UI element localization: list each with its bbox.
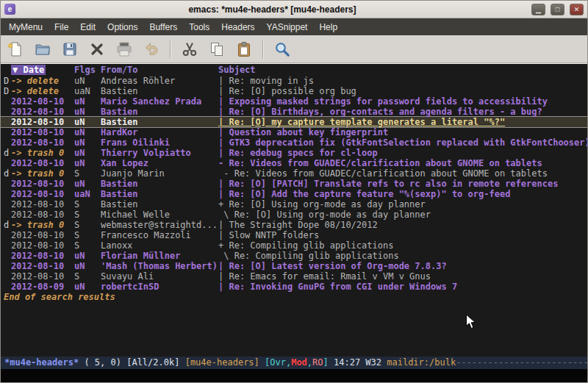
msg-flags: S <box>74 210 101 220</box>
msg-date: 2012-08-10 <box>11 117 74 127</box>
msg-from: Bastien <box>101 179 218 189</box>
msg-from: Francesco Mazzoli <box>101 230 218 240</box>
message-row[interactable]: 2012-08-10uaNBastien| Re: [O] Add the ca… <box>1 189 587 199</box>
msg-date: 2012-08-10 <box>11 240 74 251</box>
menu-file[interactable]: File <box>49 19 74 35</box>
cut-button[interactable] <box>177 38 202 60</box>
message-row[interactable]: 2012-08-10uNMario Sanchez Prada| Exposin… <box>1 96 587 107</box>
msg-date: 2012-08-10 <box>11 137 74 148</box>
close-button[interactable]: ✕ <box>570 4 584 15</box>
message-row[interactable]: 2012-08-09uNrobertcInSD| Re: Invoking Gn… <box>1 282 587 292</box>
paste-button[interactable] <box>232 38 257 60</box>
modeline-segment-red: Mod <box>291 357 307 368</box>
modeline-segment-buffer: *mu4e-headers* <box>4 357 79 368</box>
cut-icon <box>181 40 198 58</box>
msg-subject: + Re: [O] Using org-mode as day planner <box>218 199 587 210</box>
copy-icon <box>208 40 226 58</box>
header-flags-col[interactable]: Flgs <box>74 65 101 76</box>
msg-subject: | Exposing masked strings for password f… <box>218 96 587 107</box>
msg-mark <box>1 230 11 240</box>
message-row-current[interactable]: 2012-08-10uNBastien| Re: [O] my capture … <box>1 117 587 127</box>
msg-date: 2012-08-10 <box>11 127 74 137</box>
message-row[interactable]: D-> deleteuNAndreas Röhler| Re: moving i… <box>1 76 587 86</box>
toolbar-separator <box>170 40 171 58</box>
msg-subject: | Question about key fingerprint <box>218 127 587 137</box>
sort-indicator[interactable]: ▼ Date <box>11 65 46 75</box>
message-row[interactable]: 2012-08-10uNFlorian Müllner \ Re: Compil… <box>1 251 587 261</box>
minimize-button[interactable]: ▁ <box>531 4 545 15</box>
save-icon <box>61 40 79 58</box>
msg-mark: D <box>1 86 11 96</box>
emacs-icon: e <box>4 4 15 15</box>
maximize-button[interactable]: □ <box>551 4 564 15</box>
save-button[interactable] <box>57 38 82 60</box>
message-row[interactable]: 2012-08-10uNBastien| Re: [O] [PATCH] Tra… <box>1 179 587 189</box>
message-row[interactable]: 2012-08-10SBastien+ Re: [O] Using org-mo… <box>1 199 587 210</box>
message-row[interactable]: 2012-08-10uNXan Lopez- Re: Videos from G… <box>1 158 587 168</box>
msg-mark <box>1 179 11 189</box>
msg-subject: + Re: Compiling glib applications <box>218 240 587 251</box>
menu-headers[interactable]: Headers <box>215 19 260 35</box>
message-row[interactable]: d-> trash 0Swebmaster@straightd...| The … <box>1 220 587 230</box>
menu-buffers[interactable]: Buffers <box>143 19 183 35</box>
msg-date: 2012-08-10 <box>11 158 74 168</box>
editor-area: ▼ Date Flgs From/To Subject D-> deleteuN… <box>1 63 587 357</box>
message-row[interactable]: 2012-08-10uN'Mash (Thomas Herbert)| Re: … <box>1 261 587 271</box>
msg-mark <box>1 251 11 261</box>
msg-subject: | Re: [O] Add the capture feature "%(sex… <box>218 189 587 199</box>
message-row[interactable]: 2012-08-10SLanoxx+ Re: Compiling glib ap… <box>1 240 587 251</box>
menu-help[interactable]: Help <box>313 19 343 35</box>
message-row[interactable]: 2012-08-10uNFrans Oilinki| GTK3 deprecat… <box>1 137 587 148</box>
msg-date: -> delete <box>11 86 74 96</box>
message-row[interactable]: 2012-08-10uNBastien| Re: [O] Birthdays, … <box>1 107 587 117</box>
close-icon <box>88 40 106 58</box>
msg-date: -> delete <box>11 76 74 86</box>
search-button[interactable] <box>270 38 295 60</box>
msg-mark <box>1 107 11 117</box>
copy-button[interactable] <box>204 38 229 60</box>
msg-from: Andreas Röhler <box>101 76 218 86</box>
emacs-window: e emacs: *mu4e-headers* [mu4e-headers] ▁… <box>0 0 588 383</box>
menu-edit[interactable]: Edit <box>74 19 101 35</box>
header-from-col[interactable]: From/To <box>101 65 218 76</box>
message-row[interactable]: 2012-08-10SFrancesco Mazzoli| Slow NNTP … <box>1 230 587 240</box>
modeline-segment-ro: RO <box>312 357 323 368</box>
message-row[interactable]: 2012-08-10uNHardKor| Question about key … <box>1 127 587 137</box>
header-date-col[interactable]: ▼ Date <box>11 65 74 76</box>
menu-tools[interactable]: Tools <box>183 19 215 35</box>
msg-subject: | The Straight Dope 08/10/2012 <box>218 220 587 230</box>
message-row[interactable]: D-> deleteuaNBastien| Re: [O] possible o… <box>1 86 587 96</box>
title-bar: e emacs: *mu4e-headers* [mu4e-headers] ▁… <box>1 1 587 18</box>
modeline-segment-cyan: [Ovr, <box>265 357 291 368</box>
msg-from: Florian Müllner <box>101 251 218 261</box>
msg-from: Bastien <box>101 117 218 127</box>
msg-date: 2012-08-10 <box>11 251 74 261</box>
echo-area[interactable] <box>1 369 587 382</box>
msg-from: Xan Lopez <box>101 158 218 168</box>
message-row[interactable]: 2012-08-10SMichael Welle \ Re: [O] Using… <box>1 210 587 220</box>
close-button[interactable] <box>85 38 110 60</box>
msg-flags: uN <box>74 261 101 271</box>
open-folder-button[interactable] <box>30 38 55 60</box>
msg-flags: uN <box>74 76 101 86</box>
msg-flags: uN <box>74 117 101 127</box>
msg-flags: uN <box>74 158 101 168</box>
modeline-segment-mode: [mu4e-headers] <box>185 357 265 368</box>
msg-from: HardKor <box>101 127 218 137</box>
menu-options[interactable]: Options <box>101 19 143 35</box>
header-subject-col[interactable]: Subject <box>218 65 587 76</box>
menu-mymenu[interactable]: MyMenu <box>3 19 49 35</box>
menu-yasnippet[interactable]: YASnippet <box>261 19 314 35</box>
msg-date: 2012-08-10 <box>11 107 74 117</box>
msg-subject: | Re: [O] Birthdays, org-contacts and ag… <box>218 107 587 117</box>
undo-button <box>139 38 164 60</box>
modeline-segment-plain: [All/2.0k] <box>126 357 184 368</box>
msg-from: Frans Oilinki <box>101 137 218 148</box>
msg-mark: d <box>1 220 11 230</box>
message-row[interactable]: d-> trash 0uNThierry Volpiatto| Re: edeb… <box>1 148 587 158</box>
msg-subject: \ Re: Compiling glib applications <box>218 251 587 261</box>
message-row[interactable]: d-> trash 0SJuanjo Marin - Re: Videos fr… <box>1 168 587 179</box>
message-row[interactable]: 2012-08-10SSuvayu Ali| Re: Emacs for ema… <box>1 271 587 282</box>
new-file-button[interactable] <box>3 38 28 60</box>
msg-mark <box>1 282 11 292</box>
